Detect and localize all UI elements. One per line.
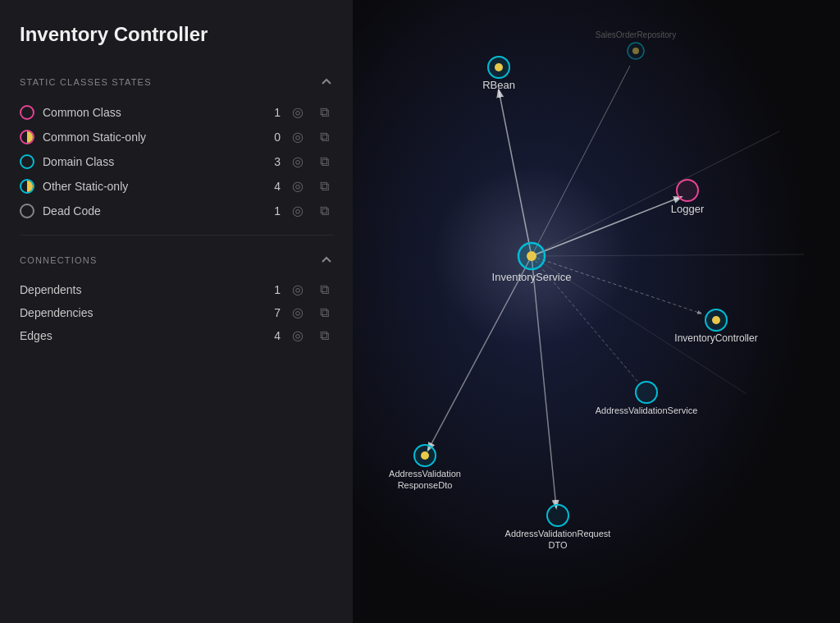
common-class-label: Common Class: [43, 106, 258, 119]
other-static-label: Other Static-only: [43, 180, 258, 193]
domain-class-row: Domain Class 3 ◎ ⧉: [20, 149, 333, 174]
svg-point-32: [547, 505, 568, 526]
connections-section-header: CONNECTIONS: [20, 254, 333, 267]
svg-text:ResponseDto: ResponseDto: [398, 480, 453, 490]
connections-chevron[interactable]: [320, 254, 333, 267]
svg-text:Logger: Logger: [671, 203, 705, 215]
static-classes-chevron[interactable]: [320, 76, 333, 89]
other-static-visibility-toggle[interactable]: ◎: [289, 180, 307, 193]
dead-code-row: Dead Code 1 ◎ ⧉: [20, 199, 333, 223]
dead-code-visibility-toggle[interactable]: ◎: [289, 204, 307, 218]
common-static-count: 0: [266, 131, 281, 144]
common-static-label: Common Static-only: [43, 131, 258, 144]
common-class-row: Common Class 1 ◎ ⧉: [20, 100, 333, 125]
svg-text:InventoryController: InventoryController: [674, 332, 757, 344]
dependents-visibility-toggle[interactable]: ◎: [289, 283, 307, 296]
svg-text:RBean: RBean: [482, 79, 515, 91]
svg-text:DTO: DTO: [548, 540, 567, 550]
common-static-copy-button[interactable]: ⧉: [315, 131, 333, 144]
common-static-icon: [20, 130, 34, 144]
domain-class-icon: [20, 154, 34, 169]
svg-text:SalesOrderRepository: SalesOrderRepository: [596, 30, 676, 39]
dependents-copy-button[interactable]: ⧉: [315, 283, 333, 296]
graph-area[interactable]: RBean SalesOrderRepository Logger Invent…: [353, 0, 840, 623]
common-class-copy-button[interactable]: ⧉: [315, 106, 333, 119]
graph-svg: RBean SalesOrderRepository Logger Invent…: [353, 0, 840, 623]
dependencies-count: 7: [266, 306, 281, 319]
other-static-count: 4: [266, 180, 281, 193]
other-static-row: Other Static-only 4 ◎ ⧉: [20, 174, 333, 199]
domain-class-count: 3: [266, 155, 281, 168]
common-class-count: 1: [266, 106, 281, 119]
static-classes-label: STATIC CLASSES STATES: [20, 77, 152, 87]
static-classes-section-header: STATIC CLASSES STATES: [20, 76, 333, 89]
common-static-visibility-toggle[interactable]: ◎: [289, 131, 307, 144]
common-class-visibility-toggle[interactable]: ◎: [289, 106, 307, 119]
section-divider: [20, 235, 333, 236]
edges-row: Edges 4 ◎ ⧉: [20, 324, 333, 347]
dependencies-row: Dependencies 7 ◎ ⧉: [20, 301, 333, 324]
dead-code-icon: [20, 204, 34, 218]
dead-code-copy-button[interactable]: ⧉: [315, 204, 333, 218]
panel-title: Inventory Controller: [20, 23, 333, 46]
svg-text:InventoryService: InventoryService: [492, 271, 572, 283]
common-static-row: Common Static-only 0 ◎ ⧉: [20, 125, 333, 149]
dependencies-visibility-toggle[interactable]: ◎: [289, 306, 307, 319]
edges-count: 4: [266, 329, 281, 342]
svg-point-18: [677, 180, 698, 201]
dependencies-label: Dependencies: [20, 306, 258, 319]
domain-class-label: Domain Class: [43, 155, 258, 168]
svg-text:AddressValidationService: AddressValidationService: [596, 405, 698, 415]
svg-point-29: [421, 451, 429, 460]
other-static-copy-button[interactable]: ⧉: [315, 180, 333, 193]
dependencies-copy-button[interactable]: ⧉: [315, 306, 333, 319]
edges-label: Edges: [20, 329, 258, 342]
connections-label: CONNECTIONS: [20, 255, 97, 265]
dependents-row: Dependents 1 ◎ ⧉: [20, 278, 333, 301]
svg-point-13: [495, 63, 503, 71]
domain-class-copy-button[interactable]: ⧉: [315, 155, 333, 168]
common-class-icon: [20, 105, 34, 120]
dependents-label: Dependents: [20, 283, 258, 296]
left-panel: Inventory Controller STATIC CLASSES STAT…: [0, 0, 353, 623]
dependents-count: 1: [266, 283, 281, 296]
svg-point-26: [636, 382, 657, 403]
domain-class-visibility-toggle[interactable]: ◎: [289, 155, 307, 168]
svg-text:AddressValidation: AddressValidation: [389, 469, 461, 479]
svg-point-21: [527, 251, 536, 261]
svg-point-16: [632, 48, 639, 54]
dead-code-count: 1: [266, 204, 281, 218]
other-static-icon: [20, 179, 34, 194]
svg-point-24: [712, 316, 720, 324]
svg-text:AddressValidationRequest: AddressValidationRequest: [505, 529, 611, 538]
edges-visibility-toggle[interactable]: ◎: [289, 329, 307, 342]
dead-code-label: Dead Code: [43, 204, 258, 218]
edges-copy-button[interactable]: ⧉: [315, 329, 333, 342]
